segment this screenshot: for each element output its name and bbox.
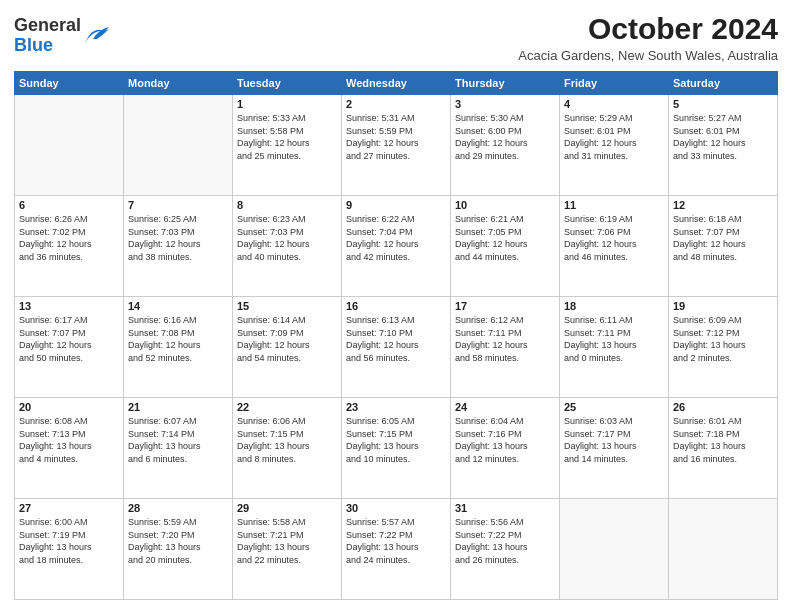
day-number: 24: [455, 401, 555, 413]
header-friday: Friday: [560, 72, 669, 95]
table-row: 18Sunrise: 6:11 AMSunset: 7:11 PMDayligh…: [560, 297, 669, 398]
table-row: 20Sunrise: 6:08 AMSunset: 7:13 PMDayligh…: [15, 398, 124, 499]
table-row: 30Sunrise: 5:57 AMSunset: 7:22 PMDayligh…: [342, 499, 451, 600]
header-thursday: Thursday: [451, 72, 560, 95]
day-info: Sunrise: 6:19 AMSunset: 7:06 PMDaylight:…: [564, 213, 664, 263]
table-row: 25Sunrise: 6:03 AMSunset: 7:17 PMDayligh…: [560, 398, 669, 499]
day-number: 23: [346, 401, 446, 413]
week-row-4: 20Sunrise: 6:08 AMSunset: 7:13 PMDayligh…: [15, 398, 778, 499]
day-number: 21: [128, 401, 228, 413]
day-info: Sunrise: 5:30 AMSunset: 6:00 PMDaylight:…: [455, 112, 555, 162]
day-info: Sunrise: 6:13 AMSunset: 7:10 PMDaylight:…: [346, 314, 446, 364]
day-number: 9: [346, 199, 446, 211]
day-info: Sunrise: 6:04 AMSunset: 7:16 PMDaylight:…: [455, 415, 555, 465]
day-number: 14: [128, 300, 228, 312]
day-info: Sunrise: 6:06 AMSunset: 7:15 PMDaylight:…: [237, 415, 337, 465]
day-number: 1: [237, 98, 337, 110]
header-wednesday: Wednesday: [342, 72, 451, 95]
day-info: Sunrise: 6:01 AMSunset: 7:18 PMDaylight:…: [673, 415, 773, 465]
calendar-table: Sunday Monday Tuesday Wednesday Thursday…: [14, 71, 778, 600]
day-number: 13: [19, 300, 119, 312]
header: General Blue October 2024 Acacia Gardens…: [14, 12, 778, 63]
day-number: 22: [237, 401, 337, 413]
logo-blue: Blue: [14, 35, 53, 55]
day-number: 10: [455, 199, 555, 211]
day-info: Sunrise: 6:09 AMSunset: 7:12 PMDaylight:…: [673, 314, 773, 364]
day-info: Sunrise: 6:21 AMSunset: 7:05 PMDaylight:…: [455, 213, 555, 263]
header-sunday: Sunday: [15, 72, 124, 95]
header-monday: Monday: [124, 72, 233, 95]
day-info: Sunrise: 6:05 AMSunset: 7:15 PMDaylight:…: [346, 415, 446, 465]
main-title: October 2024: [518, 12, 778, 46]
table-row: 29Sunrise: 5:58 AMSunset: 7:21 PMDayligh…: [233, 499, 342, 600]
table-row: 2Sunrise: 5:31 AMSunset: 5:59 PMDaylight…: [342, 95, 451, 196]
table-row: 21Sunrise: 6:07 AMSunset: 7:14 PMDayligh…: [124, 398, 233, 499]
day-number: 5: [673, 98, 773, 110]
page: General Blue October 2024 Acacia Gardens…: [0, 0, 792, 612]
day-info: Sunrise: 6:03 AMSunset: 7:17 PMDaylight:…: [564, 415, 664, 465]
table-row: 9Sunrise: 6:22 AMSunset: 7:04 PMDaylight…: [342, 196, 451, 297]
day-info: Sunrise: 6:26 AMSunset: 7:02 PMDaylight:…: [19, 213, 119, 263]
table-row: [15, 95, 124, 196]
table-row: 27Sunrise: 6:00 AMSunset: 7:19 PMDayligh…: [15, 499, 124, 600]
day-info: Sunrise: 6:25 AMSunset: 7:03 PMDaylight:…: [128, 213, 228, 263]
day-info: Sunrise: 6:00 AMSunset: 7:19 PMDaylight:…: [19, 516, 119, 566]
header-tuesday: Tuesday: [233, 72, 342, 95]
table-row: 23Sunrise: 6:05 AMSunset: 7:15 PMDayligh…: [342, 398, 451, 499]
day-number: 3: [455, 98, 555, 110]
day-info: Sunrise: 5:56 AMSunset: 7:22 PMDaylight:…: [455, 516, 555, 566]
day-number: 27: [19, 502, 119, 514]
day-number: 2: [346, 98, 446, 110]
table-row: 1Sunrise: 5:33 AMSunset: 5:58 PMDaylight…: [233, 95, 342, 196]
day-info: Sunrise: 6:22 AMSunset: 7:04 PMDaylight:…: [346, 213, 446, 263]
day-number: 25: [564, 401, 664, 413]
header-saturday: Saturday: [669, 72, 778, 95]
day-info: Sunrise: 6:12 AMSunset: 7:11 PMDaylight:…: [455, 314, 555, 364]
table-row: 12Sunrise: 6:18 AMSunset: 7:07 PMDayligh…: [669, 196, 778, 297]
table-row: 8Sunrise: 6:23 AMSunset: 7:03 PMDaylight…: [233, 196, 342, 297]
table-row: [669, 499, 778, 600]
day-info: Sunrise: 5:58 AMSunset: 7:21 PMDaylight:…: [237, 516, 337, 566]
title-block: October 2024 Acacia Gardens, New South W…: [518, 12, 778, 63]
day-info: Sunrise: 5:57 AMSunset: 7:22 PMDaylight:…: [346, 516, 446, 566]
week-row-5: 27Sunrise: 6:00 AMSunset: 7:19 PMDayligh…: [15, 499, 778, 600]
table-row: 10Sunrise: 6:21 AMSunset: 7:05 PMDayligh…: [451, 196, 560, 297]
week-row-3: 13Sunrise: 6:17 AMSunset: 7:07 PMDayligh…: [15, 297, 778, 398]
table-row: 22Sunrise: 6:06 AMSunset: 7:15 PMDayligh…: [233, 398, 342, 499]
day-info: Sunrise: 5:59 AMSunset: 7:20 PMDaylight:…: [128, 516, 228, 566]
table-row: 17Sunrise: 6:12 AMSunset: 7:11 PMDayligh…: [451, 297, 560, 398]
table-row: 3Sunrise: 5:30 AMSunset: 6:00 PMDaylight…: [451, 95, 560, 196]
table-row: 5Sunrise: 5:27 AMSunset: 6:01 PMDaylight…: [669, 95, 778, 196]
day-info: Sunrise: 6:16 AMSunset: 7:08 PMDaylight:…: [128, 314, 228, 364]
day-info: Sunrise: 6:07 AMSunset: 7:14 PMDaylight:…: [128, 415, 228, 465]
day-number: 8: [237, 199, 337, 211]
day-number: 6: [19, 199, 119, 211]
day-number: 17: [455, 300, 555, 312]
table-row: 11Sunrise: 6:19 AMSunset: 7:06 PMDayligh…: [560, 196, 669, 297]
day-number: 26: [673, 401, 773, 413]
table-row: 7Sunrise: 6:25 AMSunset: 7:03 PMDaylight…: [124, 196, 233, 297]
logo-bird-icon: [83, 25, 111, 47]
table-row: 15Sunrise: 6:14 AMSunset: 7:09 PMDayligh…: [233, 297, 342, 398]
day-number: 20: [19, 401, 119, 413]
table-row: 31Sunrise: 5:56 AMSunset: 7:22 PMDayligh…: [451, 499, 560, 600]
day-info: Sunrise: 6:08 AMSunset: 7:13 PMDaylight:…: [19, 415, 119, 465]
table-row: 16Sunrise: 6:13 AMSunset: 7:10 PMDayligh…: [342, 297, 451, 398]
table-row: 4Sunrise: 5:29 AMSunset: 6:01 PMDaylight…: [560, 95, 669, 196]
logo-text: General Blue: [14, 16, 81, 56]
table-row: 26Sunrise: 6:01 AMSunset: 7:18 PMDayligh…: [669, 398, 778, 499]
week-row-1: 1Sunrise: 5:33 AMSunset: 5:58 PMDaylight…: [15, 95, 778, 196]
day-info: Sunrise: 5:33 AMSunset: 5:58 PMDaylight:…: [237, 112, 337, 162]
day-number: 11: [564, 199, 664, 211]
table-row: 13Sunrise: 6:17 AMSunset: 7:07 PMDayligh…: [15, 297, 124, 398]
table-row: 14Sunrise: 6:16 AMSunset: 7:08 PMDayligh…: [124, 297, 233, 398]
day-number: 4: [564, 98, 664, 110]
day-info: Sunrise: 5:31 AMSunset: 5:59 PMDaylight:…: [346, 112, 446, 162]
table-row: 6Sunrise: 6:26 AMSunset: 7:02 PMDaylight…: [15, 196, 124, 297]
day-number: 18: [564, 300, 664, 312]
day-number: 7: [128, 199, 228, 211]
day-number: 28: [128, 502, 228, 514]
day-number: 16: [346, 300, 446, 312]
header-row: Sunday Monday Tuesday Wednesday Thursday…: [15, 72, 778, 95]
table-row: [560, 499, 669, 600]
